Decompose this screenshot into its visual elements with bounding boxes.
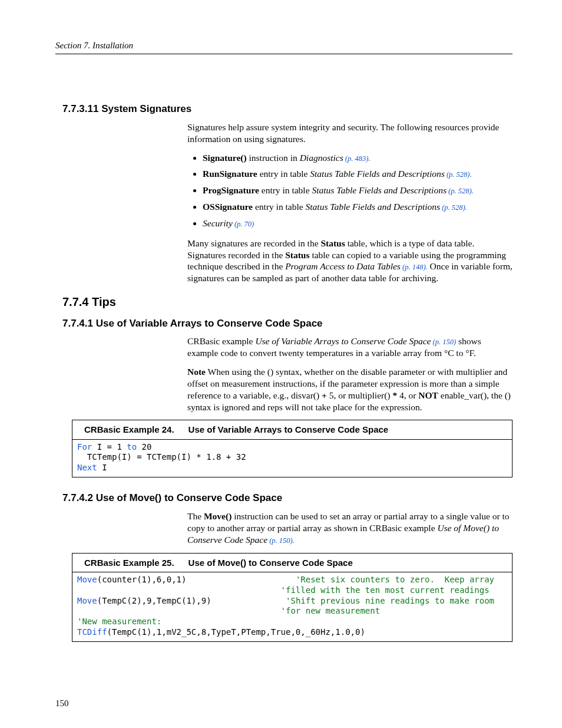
- example25-code: Move(counter(1),6,0,1) 'Reset six counte…: [72, 572, 512, 641]
- page-ref-link[interactable]: (p. 70): [233, 220, 254, 228]
- example25-title: Use of Move() to Conserve Code Space: [189, 558, 353, 568]
- heading-variable-arrays: 7.7.4.1 Use of Variable Arrays to Conser…: [62, 317, 513, 330]
- section-move: The Move() instruction can be used to se…: [187, 510, 513, 545]
- example24-label: CRBasic Example 24.: [84, 424, 174, 434]
- page-ref-link[interactable]: (p. 150): [431, 338, 456, 346]
- example24-titlebar: CRBasic Example 24.Use of Variable Array…: [72, 420, 512, 439]
- page-ref-link[interactable]: (p. 148).: [401, 263, 428, 271]
- sys-sig-intro: Signatures help assure system integrity …: [187, 121, 513, 145]
- bullet-progsignature: ProgSignature entry in table Status Tabl…: [203, 185, 513, 196]
- var-arr-note: Note When using the () syntax, whether o…: [187, 366, 513, 413]
- heading-move: 7.7.4.2 Use of Move() to Conserve Code S…: [62, 492, 513, 505]
- sys-sig-bullets: Signature() instruction in Diagnostics (…: [187, 152, 513, 229]
- running-header: Section 7. Installation: [55, 40, 513, 54]
- section-system-signatures: Signatures help assure system integrity …: [187, 121, 513, 284]
- example25-titlebar: CRBasic Example 25.Use of Move() to Cons…: [72, 554, 512, 572]
- page-ref-link[interactable]: (p. 528).: [445, 170, 472, 179]
- page-ref-link[interactable]: (p. 528).: [440, 203, 467, 212]
- page-ref-link[interactable]: (p. 483).: [343, 154, 371, 163]
- example24-title: Use of Variable Arrays to Conserve Code …: [189, 424, 389, 434]
- bullet-ossignature: OSSignature entry in table Status Table …: [203, 201, 513, 213]
- section-variable-arrays: CRBasic example Use of Variable Arrays t…: [187, 335, 513, 413]
- sys-sig-after: Many signatures are recorded in the Stat…: [187, 238, 513, 284]
- heading-tips: 7.7.4 Tips: [62, 295, 513, 310]
- move-p1: The Move() instruction can be used to se…: [187, 510, 513, 545]
- page-number: 150: [55, 698, 69, 709]
- crbasic-example-24: CRBasic Example 24.Use of Variable Array…: [72, 420, 513, 477]
- example25-label: CRBasic Example 25.: [84, 558, 174, 568]
- example24-code: For I = 1 to 20 TCTemp(I) = TCTemp(I) * …: [72, 440, 512, 477]
- bullet-runsignature: RunSignature entry in table Status Table…: [203, 168, 513, 180]
- bullet-security: Security (p. 70): [203, 218, 513, 229]
- page-ref-link[interactable]: (p. 528).: [447, 187, 474, 195]
- var-arr-p1: CRBasic example Use of Variable Arrays t…: [187, 335, 513, 359]
- document-page: Section 7. Installation 7.7.3.11 System …: [0, 0, 562, 728]
- bullet-signature-instruction: Signature() instruction in Diagnostics (…: [203, 152, 513, 164]
- crbasic-example-25: CRBasic Example 25.Use of Move() to Cons…: [72, 553, 513, 643]
- page-ref-link[interactable]: (p. 150).: [267, 536, 295, 545]
- heading-system-signatures: 7.7.3.11 System Signatures: [62, 103, 513, 116]
